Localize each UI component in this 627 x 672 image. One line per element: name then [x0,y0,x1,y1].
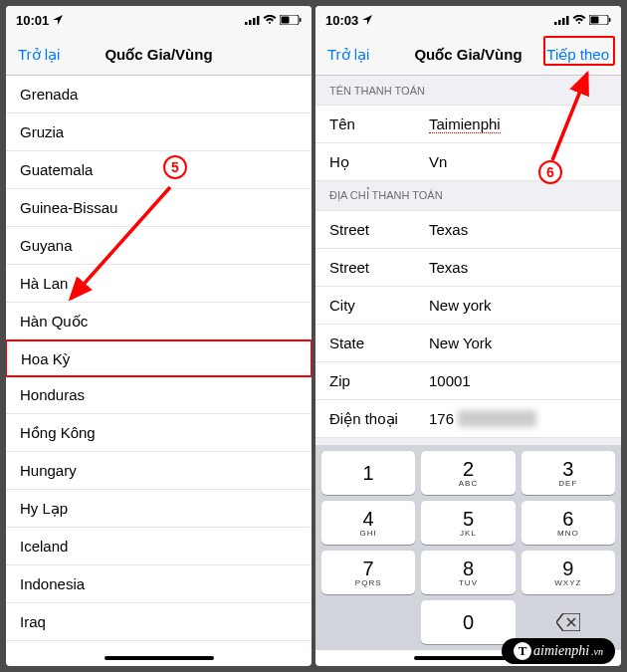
country-item[interactable]: Hungary [6,452,312,490]
battery-icon [280,13,302,28]
form-row[interactable]: StreetTexas [315,211,621,249]
keypad-key-3[interactable]: 3DEF [522,451,615,495]
country-item[interactable]: Hàn Quốc [6,303,312,340]
form-area: TÊN THANH TOÁNTênTaimienphiHọVnĐỊA CHỈ T… [315,76,621,445]
wifi-icon [572,13,586,28]
form-row[interactable]: Điện thoại176 0000000 [315,400,621,438]
section-header: TÊN THANH TOÁN [315,76,621,106]
form-label: State [329,335,429,351]
keypad-key-5[interactable]: 5JKL [421,501,515,545]
country-item[interactable]: Indonesia [6,565,312,603]
country-item[interactable]: Honduras [6,376,312,414]
form-row[interactable]: StreetTexas [315,249,621,287]
key-blank [321,600,415,644]
country-list[interactable]: GrenadaGruziaGuatemalaGuinea-BissauGuyan… [6,76,312,650]
status-bar: 10:01 [6,6,312,34]
svg-rect-1 [249,20,252,25]
status-time: 10:03 [325,13,358,28]
signal-icon [554,13,569,28]
country-item[interactable]: Hoa Kỳ [6,339,312,377]
country-item[interactable]: Gruzia [6,113,312,151]
nav-title: Quốc Gia/Vùng [414,46,522,64]
form-label: Street [329,221,429,238]
svg-rect-5 [282,16,290,23]
svg-rect-14 [609,18,611,22]
form-value[interactable]: New york [429,297,607,314]
keypad-key-7[interactable]: 7PQRS [321,551,415,594]
form-label: Street [329,259,429,276]
form-value[interactable]: 176 0000000 [429,410,607,427]
location-icon [362,13,372,28]
numeric-keypad[interactable]: 12ABC3DEF4GHI5JKL6MNO7PQRS8TUV9WXYZ0 [315,445,621,650]
country-item[interactable]: Hồng Kông [6,414,312,452]
country-item[interactable]: Guinea-Bissau [6,189,312,227]
form-row[interactable]: HọVn [315,143,621,181]
keypad-key-9[interactable]: 9WXYZ [522,551,615,594]
next-button[interactable]: Tiếp theo [546,46,609,64]
keypad-key-8[interactable]: 8TUV [421,551,515,594]
form-value[interactable]: Texas [429,221,607,238]
country-item[interactable]: Grenada [6,76,312,113]
right-phone: 10:03 Trở lại Quốc Gia/Vùng Tiếp theo TÊ… [315,6,621,666]
form-label: Điện thoại [329,410,429,428]
country-item[interactable]: Iceland [6,528,312,565]
svg-rect-9 [558,20,561,25]
country-item[interactable]: Guatemala [6,151,312,189]
form-row[interactable]: TênTaimienphi [315,106,621,143]
country-item[interactable]: Guyana [6,227,312,265]
signal-icon [245,13,260,28]
form-value[interactable]: Taimienphi [429,115,607,133]
location-icon [53,13,63,28]
back-button[interactable]: Trở lại [327,46,369,64]
svg-rect-2 [253,18,256,25]
badge-6: 6 [538,160,562,184]
form-label: Tên [329,115,429,132]
status-time: 10:01 [16,13,49,28]
svg-rect-13 [591,16,599,23]
keypad-key-2[interactable]: 2ABC [421,451,515,495]
country-item[interactable]: Iraq [6,603,312,641]
keypad-key-6[interactable]: 6MNO [522,501,615,545]
left-phone: 10:01 Trở lại Quốc Gia/Vùng GrenadaGruzi… [6,6,312,666]
form-value[interactable]: New York [429,335,607,351]
wifi-icon [263,13,277,28]
keypad-key-1[interactable]: 1 [321,451,415,495]
svg-rect-10 [562,18,565,25]
nav-title: Quốc Gia/Vùng [104,46,212,64]
svg-rect-11 [566,16,569,25]
back-button[interactable]: Trở lại [18,46,60,64]
country-item[interactable]: Hy Lạp [6,490,312,528]
nav-bar-right: Trở lại Quốc Gia/Vùng Tiếp theo [315,34,621,76]
svg-rect-6 [300,18,302,22]
form-value[interactable]: Vn [429,153,607,170]
svg-rect-8 [554,22,557,25]
badge-5: 5 [163,155,187,179]
form-row[interactable]: CityNew york [315,287,621,325]
keypad-key-0[interactable]: 0 [421,600,515,644]
country-item[interactable]: Hà Lan [6,265,312,303]
watermark-t-icon: T [514,642,531,660]
watermark: T aimienphi.vn [502,638,615,664]
battery-icon [589,13,611,28]
form-label: Họ [329,153,429,171]
section-header: ĐỊA CHỈ THANH TOÁN [315,181,621,211]
svg-rect-0 [245,22,248,25]
keypad-key-4[interactable]: 4GHI [321,501,415,545]
svg-rect-3 [257,16,260,25]
form-value[interactable]: 10001 [429,372,607,389]
home-indicator[interactable] [104,656,214,660]
form-label: Zip [329,372,429,389]
nav-bar-left: Trở lại Quốc Gia/Vùng [6,34,312,76]
form-label: City [329,297,429,314]
form-row[interactable]: Zip10001 [315,362,621,400]
status-bar: 10:03 [315,6,621,34]
form-row[interactable]: StateNew York [315,325,621,362]
country-item[interactable]: Ireland [6,641,312,650]
form-value[interactable]: Texas [429,259,607,276]
